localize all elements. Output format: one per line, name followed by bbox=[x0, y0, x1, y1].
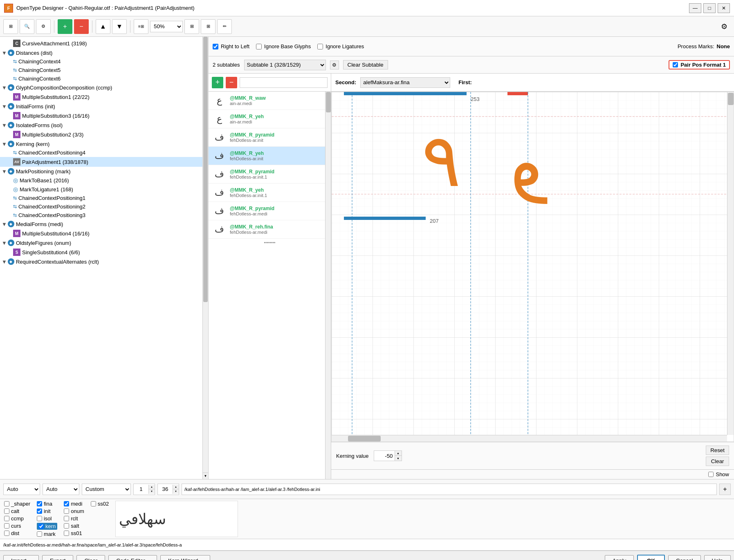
ibg-checkbox[interactable] bbox=[256, 44, 262, 49]
tree-item-medi[interactable]: ▼ ◆ MedialForms (medi) bbox=[0, 220, 208, 228]
tree-scrollbar-thumb[interactable] bbox=[203, 37, 208, 302]
num2-down[interactable]: ▼ bbox=[173, 489, 179, 494]
tree-item-cc5[interactable]: ⇆ ChainingContext5 bbox=[0, 66, 208, 74]
subtable-settings-btn[interactable]: ⚙ bbox=[330, 60, 339, 69]
tree-item-ccp3[interactable]: ⇆ ChainedContextPositioning3 bbox=[0, 211, 208, 220]
minimize-button[interactable]: — bbox=[689, 3, 701, 13]
list-item[interactable]: ف @MMK_R_pyramid fehDotless-ar.init bbox=[209, 128, 331, 147]
ccmp-check[interactable] bbox=[4, 516, 9, 521]
ss02-check[interactable] bbox=[91, 501, 96, 506]
tree-item-cc4[interactable]: ⇆ ChainingContext4 bbox=[0, 57, 208, 66]
auto-select-1[interactable]: Auto bbox=[3, 484, 40, 495]
pair-pos-checkbox[interactable] bbox=[673, 62, 678, 67]
num1-input[interactable] bbox=[134, 484, 148, 495]
import-button[interactable]: Import... bbox=[3, 555, 39, 560]
list-item[interactable]: ف @MMK_R_pyramid fehDotless-ar.init.1 bbox=[209, 165, 331, 184]
dist-check[interactable] bbox=[4, 531, 9, 536]
kerning-value-input[interactable] bbox=[374, 451, 395, 461]
num2-up[interactable]: ▲ bbox=[173, 485, 179, 489]
path-input[interactable] bbox=[182, 484, 717, 495]
view-button[interactable]: ≡⊞ bbox=[134, 19, 148, 34]
list-item[interactable]: ع @MMK_R_waw ain-ar.medi bbox=[209, 92, 331, 110]
glyph-add-button[interactable]: + bbox=[212, 77, 223, 88]
tree-item-rclt[interactable]: ▼ ◆ RequiredContextualAlternates (rclt) bbox=[0, 257, 208, 266]
preview-scrollbar-v[interactable] bbox=[727, 92, 734, 435]
tree-item-mark[interactable]: ▼ ◆ MarkPositioning (mark) bbox=[0, 167, 208, 176]
rclt-check[interactable] bbox=[64, 516, 69, 521]
kerning-spin-down[interactable]: ▼ bbox=[395, 456, 402, 461]
toolbar-btn-1[interactable]: ⊞ bbox=[3, 19, 18, 34]
tree-scroll-down[interactable]: ▼ bbox=[203, 473, 208, 479]
grid-button[interactable]: ⊞ bbox=[201, 19, 215, 34]
tree-item-isol[interactable]: ▼ ◆ IsolatedForms (isol) bbox=[0, 121, 208, 130]
list-item[interactable]: ف @MMK_R_yeh fehDotless-ar.init.1 bbox=[209, 184, 331, 202]
preview-scrollbar-h[interactable] bbox=[332, 435, 727, 441]
num2-input[interactable] bbox=[158, 484, 173, 495]
calt-check[interactable] bbox=[4, 508, 9, 514]
tree-item-ms4[interactable]: M MultipleSubstitution4 (16/16) bbox=[0, 228, 208, 238]
tree-item-ms3[interactable]: M MultipleSubstitution3 (16/16) bbox=[0, 111, 208, 121]
list-item[interactable]: ف @MMK_R_pyramid fehDotless-ar.medi bbox=[209, 202, 331, 220]
tree-item-mtl[interactable]: ◎ MarkToLigature1 (168) bbox=[0, 185, 208, 194]
kern-wizard-button[interactable]: Kern Wizard... bbox=[160, 555, 210, 560]
tree-item-kern[interactable]: ▼ ◆ Kerning (kern) bbox=[0, 139, 208, 148]
init-check[interactable] bbox=[37, 508, 42, 514]
ok-button[interactable]: OK bbox=[637, 555, 665, 560]
tree-scrollbar[interactable]: ▼ bbox=[202, 37, 208, 479]
tree-item-ms2[interactable]: M MultipleSubstitution2 (3/3) bbox=[0, 130, 208, 139]
titlebar-controls[interactable]: — □ ✕ bbox=[689, 3, 730, 13]
glyph-remove-button[interactable]: − bbox=[226, 77, 237, 88]
close-button[interactable]: ✕ bbox=[718, 3, 730, 13]
toolbar-btn-2[interactable]: 🔍 bbox=[20, 19, 34, 34]
help-button[interactable]: Help bbox=[704, 555, 731, 560]
auto-select-2[interactable]: Auto bbox=[43, 484, 79, 495]
tree-item-onum[interactable]: ▼ ◆ OldstyleFigures (onum) bbox=[0, 238, 208, 247]
tree-item-init[interactable]: ▼ ◆ InitialForms (init) bbox=[0, 102, 208, 111]
path-add-button[interactable]: + bbox=[719, 484, 731, 495]
list-item[interactable]: ع @MMK_R_yeh ain-ar.medi bbox=[209, 110, 331, 128]
h-thumb[interactable] bbox=[348, 436, 381, 441]
add-button[interactable]: + bbox=[58, 19, 72, 34]
tree-item-ccp2[interactable]: ⇆ ChainedContextPositioning2 bbox=[0, 202, 208, 211]
show-checkbox[interactable] bbox=[708, 472, 714, 477]
tree-item-cc6[interactable]: ⇆ ChainingContext6 bbox=[0, 74, 208, 83]
fina-check[interactable] bbox=[37, 501, 42, 506]
kerning-spin-up[interactable]: ▲ bbox=[395, 451, 402, 456]
maximize-button[interactable]: □ bbox=[703, 3, 716, 13]
reset-button[interactable]: Reset bbox=[706, 446, 729, 455]
tree-item-mtb[interactable]: ◎ MarkToBase1 (2016) bbox=[0, 176, 208, 185]
tree-item-gcd[interactable]: ▼ ◆ GlyphCompositionDecomposition (ccmp) bbox=[0, 83, 208, 92]
v-thumb[interactable] bbox=[728, 93, 734, 105]
tree-item-ss4[interactable]: S SingleSubstitution4 (6/6) bbox=[0, 247, 208, 257]
shaper-check[interactable] bbox=[4, 501, 9, 506]
num1-up[interactable]: ▲ bbox=[149, 485, 155, 489]
custom-select[interactable]: Custom bbox=[82, 484, 131, 495]
edit-button[interactable]: ✏ bbox=[217, 19, 232, 34]
curs-check[interactable] bbox=[4, 523, 9, 529]
tree-item-ms1[interactable]: M MultipleSubstitution1 (22/22) bbox=[0, 92, 208, 102]
glyph-scrollbar-thumb[interactable] bbox=[326, 92, 331, 112]
second-select[interactable]: alefMaksura-ar.fina bbox=[360, 77, 450, 88]
clear-kerning-button[interactable]: Clear bbox=[706, 457, 729, 466]
list-item[interactable]: ف @MMK_R_reh.fina fehDotless-ar.medi bbox=[209, 220, 331, 239]
salt-check[interactable] bbox=[64, 523, 69, 529]
tree-item-ccp1[interactable]: ⇆ ChainedContextPositioning1 bbox=[0, 194, 208, 202]
rtl-checkbox[interactable] bbox=[213, 44, 218, 49]
kern-check[interactable] bbox=[38, 524, 44, 529]
fit-button[interactable]: ⊞ bbox=[184, 19, 199, 34]
clear-subtable-button[interactable]: Clear Subtable bbox=[343, 60, 388, 69]
code-editor-button[interactable]: Code Editor... bbox=[108, 555, 157, 560]
clear-button[interactable]: Clear bbox=[76, 555, 105, 560]
subtable-select[interactable]: Subtable 1 (328/1529) bbox=[244, 60, 326, 70]
list-item[interactable]: ف @MMK_R_yeh fehDotless-ar.init bbox=[209, 147, 331, 165]
toolbar-btn-3[interactable]: ⚙ bbox=[36, 19, 51, 34]
tree-item-pair-adj[interactable]: AV PairAdjustment1 (338/1878) bbox=[0, 157, 208, 167]
il-checkbox[interactable] bbox=[317, 44, 323, 49]
num1-down[interactable]: ▼ bbox=[149, 489, 155, 494]
ss01-check[interactable] bbox=[64, 531, 69, 536]
medi-check[interactable] bbox=[64, 501, 69, 506]
apply-button[interactable]: Apply bbox=[605, 555, 634, 560]
mark-check[interactable] bbox=[37, 531, 42, 537]
tree-item-ccp4[interactable]: ⇆ ChainedContextPositioning4 bbox=[0, 148, 208, 157]
tree-item-cursive[interactable]: C CursiveAttachment1 (3198) bbox=[0, 38, 208, 48]
